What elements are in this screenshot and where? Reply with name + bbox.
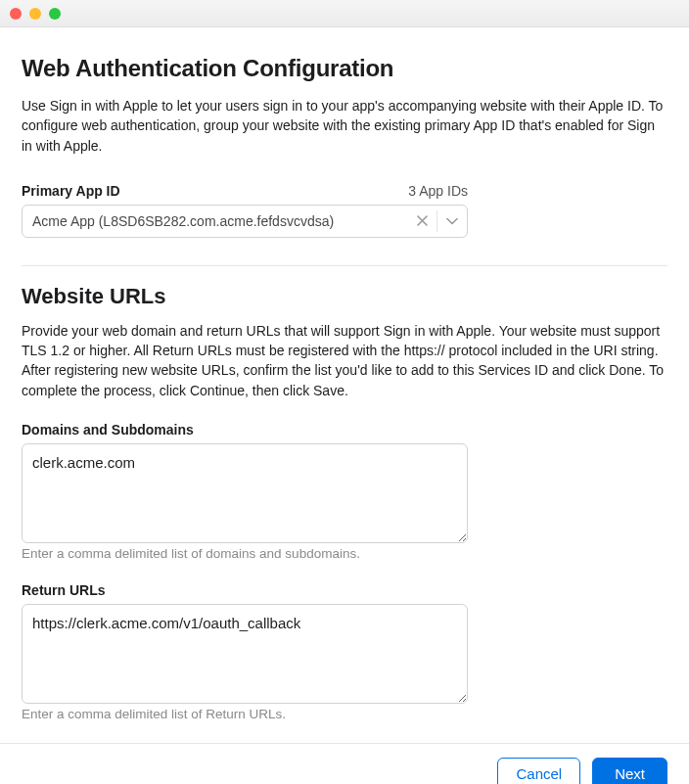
divider — [22, 265, 667, 266]
window-minimize-button[interactable] — [29, 8, 41, 20]
window-zoom-button[interactable] — [49, 8, 61, 20]
footer: Cancel Next — [0, 743, 689, 784]
primary-app-id-label: Primary App ID — [22, 183, 120, 199]
next-button[interactable]: Next — [592, 758, 667, 784]
website-urls-title: Website URLs — [22, 284, 667, 309]
page-title: Web Authentication Configuration — [22, 55, 667, 82]
domains-hint: Enter a comma delimited list of domains … — [22, 546, 667, 561]
return-urls-input[interactable] — [22, 604, 468, 704]
primary-app-id-select[interactable]: Acme App (L8SD6SB282.com.acme.fefdsvcvds… — [22, 205, 468, 238]
page-intro: Use Sign in with Apple to let your users… — [22, 96, 667, 156]
window-titlebar — [0, 0, 689, 27]
domains-input[interactable] — [22, 443, 468, 543]
window-close-button[interactable] — [10, 8, 22, 20]
app-id-count: 3 App IDs — [408, 183, 468, 199]
return-urls-label: Return URLs — [22, 582, 667, 598]
website-urls-desc: Provide your web domain and return URLs … — [22, 321, 667, 400]
cancel-button[interactable]: Cancel — [497, 758, 580, 784]
return-urls-hint: Enter a comma delimited list of Return U… — [22, 707, 667, 721]
clear-icon[interactable] — [407, 215, 436, 226]
domains-label: Domains and Subdomains — [22, 422, 667, 438]
primary-app-id-value: Acme App (L8SD6SB282.com.acme.fefdsvcvds… — [23, 213, 407, 229]
chevron-down-icon[interactable] — [437, 217, 467, 225]
